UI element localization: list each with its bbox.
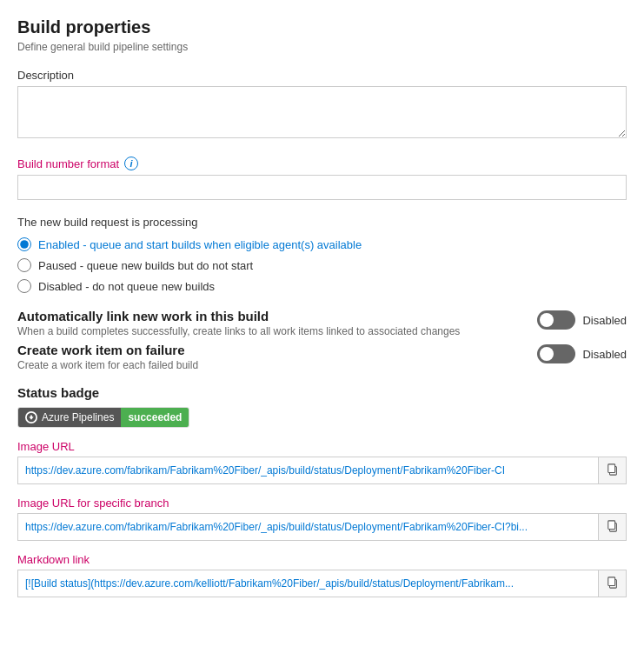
radio-enabled-label: Enabled - queue and start builds when el… bbox=[38, 238, 362, 251]
auto-link-row: Automatically link new work in this buil… bbox=[17, 309, 627, 337]
image-url-branch-copy-button[interactable] bbox=[599, 513, 627, 541]
work-item-failure-row: Create work item on failure Create a wor… bbox=[17, 343, 627, 371]
radio-enabled-input[interactable] bbox=[17, 237, 31, 251]
radio-paused-label: Paused - queue new builds but do not sta… bbox=[38, 259, 253, 272]
status-badge-title: Status badge bbox=[17, 385, 627, 400]
build-number-format-info-icon[interactable]: i bbox=[124, 157, 138, 170]
copy-icon bbox=[607, 463, 619, 478]
svg-rect-1 bbox=[607, 463, 614, 472]
image-url-label: Image URL bbox=[17, 440, 627, 453]
description-label: Description bbox=[17, 69, 627, 82]
image-url-copy-button[interactable] bbox=[599, 457, 627, 484]
copy-icon-2 bbox=[607, 520, 619, 535]
page-subtitle: Define general build pipeline settings bbox=[17, 41, 627, 53]
work-item-failure-toggle[interactable] bbox=[537, 344, 575, 363]
markdown-link-copy-button[interactable] bbox=[599, 570, 627, 597]
work-item-failure-toggle-label: Disabled bbox=[582, 348, 627, 361]
badge-left: Azure Pipelines bbox=[18, 408, 121, 427]
image-url-branch-section: Image URL for specific branch bbox=[17, 497, 627, 541]
markdown-link-input[interactable] bbox=[17, 570, 599, 597]
image-url-branch-input[interactable] bbox=[17, 513, 599, 541]
auto-link-toggle-label: Disabled bbox=[582, 314, 627, 327]
page-title: Build properties bbox=[17, 17, 627, 37]
processing-text: The new build request is processing bbox=[17, 216, 627, 229]
pipelines-icon bbox=[25, 411, 37, 423]
status-badge-preview: Azure Pipelines succeeded bbox=[17, 407, 189, 428]
badge-left-text: Azure Pipelines bbox=[42, 411, 114, 423]
radio-paused[interactable]: Paused - queue new builds but do not sta… bbox=[17, 258, 627, 272]
copy-icon-3 bbox=[607, 577, 619, 591]
image-url-input[interactable] bbox=[17, 457, 599, 484]
radio-paused-input[interactable] bbox=[17, 258, 31, 272]
work-item-failure-description: Create a work item for each failed build bbox=[17, 359, 537, 371]
auto-link-toggle[interactable] bbox=[537, 310, 575, 330]
radio-disabled-label: Disabled - do not queue new builds bbox=[38, 280, 215, 293]
svg-rect-5 bbox=[607, 577, 614, 585]
image-url-branch-label: Image URL for specific branch bbox=[17, 497, 627, 510]
radio-enabled[interactable]: Enabled - queue and start builds when el… bbox=[17, 237, 627, 251]
markdown-link-label: Markdown link bbox=[17, 553, 627, 566]
auto-link-description: When a build completes successfully, cre… bbox=[17, 325, 537, 337]
build-number-format-label: Build number format i bbox=[17, 157, 627, 170]
radio-disabled-input[interactable] bbox=[17, 279, 31, 293]
svg-rect-3 bbox=[607, 520, 614, 529]
markdown-link-section: Markdown link bbox=[17, 553, 627, 597]
queue-options: Enabled - queue and start builds when el… bbox=[17, 237, 627, 293]
build-number-format-input[interactable] bbox=[17, 175, 627, 200]
description-input[interactable] bbox=[17, 86, 627, 138]
radio-disabled[interactable]: Disabled - do not queue new builds bbox=[17, 279, 627, 293]
work-item-failure-title: Create work item on failure bbox=[17, 343, 537, 357]
auto-link-title: Automatically link new work in this buil… bbox=[17, 309, 537, 323]
badge-right-text: succeeded bbox=[121, 408, 189, 427]
image-url-section: Image URL bbox=[17, 440, 627, 484]
